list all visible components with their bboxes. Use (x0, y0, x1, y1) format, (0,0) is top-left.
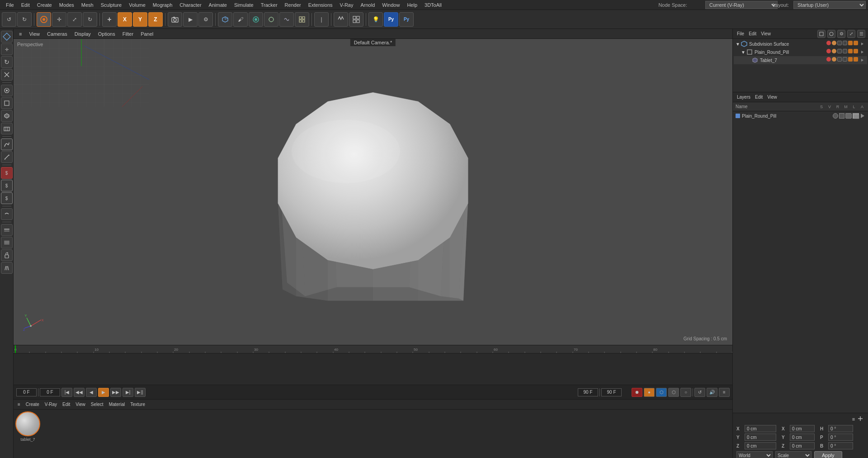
timeline-ruler[interactable] (14, 345, 732, 353)
snap-button[interactable] (334, 12, 348, 27)
scene-button[interactable] (295, 12, 309, 27)
layer-ctrl-visible[interactable] (839, 113, 844, 119)
obj-item-tablet7[interactable]: Tablet_7 (734, 56, 867, 64)
add-button[interactable]: + (102, 12, 117, 27)
layer-item-plainpill[interactable]: Plain_Round_Pill (734, 112, 867, 119)
coords-icon-2[interactable] (857, 415, 864, 423)
left-weld-btn[interactable] (1, 208, 13, 220)
apply-button[interactable]: Apply (814, 451, 842, 458)
play-forward-btn[interactable]: ▶ (98, 388, 109, 397)
vp-menu-cameras[interactable]: Cameras (45, 30, 69, 38)
materials-button[interactable] (249, 12, 263, 27)
lights-button[interactable] (264, 12, 278, 27)
redo-button[interactable]: ↻ (17, 12, 32, 27)
left-spline-btn[interactable] (1, 138, 13, 150)
play-back-btn[interactable]: ◀ (86, 388, 97, 397)
coords-menu-icon[interactable]: ≡ (850, 415, 857, 423)
timeline-track[interactable] (14, 353, 732, 385)
left-point-mode[interactable] (1, 85, 13, 96)
left-move-btn[interactable]: ✛ (1, 43, 13, 55)
menu-tracker[interactable]: Tracker (258, 1, 281, 9)
undo-button[interactable]: ↺ (2, 12, 16, 27)
layer-ctrl-solo[interactable] (833, 113, 838, 119)
cube-button[interactable] (218, 12, 232, 27)
viewport[interactable]: Perspective Default Camera.* (14, 39, 732, 345)
obj-menu-file[interactable]: File (736, 31, 745, 37)
vp-menu-panel[interactable]: Panel (139, 30, 155, 38)
layers-menu-edit[interactable]: Edit (754, 94, 764, 100)
vp-menu-filter[interactable]: Filter (121, 30, 135, 38)
move-button[interactable]: ✛ (52, 12, 66, 27)
menu-volume[interactable]: Volume (126, 1, 149, 9)
key-sel-btn[interactable]: ⬡ (668, 388, 679, 397)
scale-select[interactable]: Scale (775, 451, 811, 458)
mat-menu-select[interactable]: Select (90, 401, 105, 407)
menu-modes[interactable]: Modes (56, 1, 77, 9)
coord-h-input[interactable] (828, 425, 853, 432)
left-rotate-btn[interactable]: ↻ (1, 56, 13, 68)
left-scale-btn[interactable] (1, 69, 13, 81)
mat-menu-texture[interactable]: Texture (129, 401, 146, 407)
menu-simulate[interactable]: Simulate (231, 1, 257, 9)
z-button[interactable]: Z (148, 12, 163, 27)
y-button[interactable]: Y (133, 12, 147, 27)
menu-help[interactable]: Help (404, 1, 420, 9)
menu-3dtoall[interactable]: 3DToAll (421, 1, 445, 9)
left-lock-btn[interactable] (1, 249, 13, 261)
goto-end-btn[interactable]: ▶| (123, 388, 133, 397)
left-layers1-btn[interactable] (1, 224, 13, 236)
light-icon-btn[interactable]: 💡 (368, 12, 383, 27)
vp-menu-icon[interactable]: ≡ (17, 30, 24, 38)
start-frame-input[interactable] (40, 388, 60, 396)
obj-icon-3[interactable]: ⚙ (837, 30, 845, 38)
left-poly-mode[interactable] (1, 110, 13, 122)
obj-icon-5[interactable]: ☰ (857, 30, 865, 38)
coord-x2-input[interactable] (790, 425, 815, 432)
step-forward-btn[interactable]: ▶▶ (110, 388, 121, 397)
grid-button[interactable] (349, 12, 363, 27)
obj-menu-view[interactable]: View (760, 31, 772, 37)
left-hair-btn[interactable] (1, 262, 13, 274)
play-button[interactable]: ▶ (183, 12, 198, 27)
menu-create[interactable]: Create (34, 1, 55, 9)
python-button[interactable]: Py (384, 12, 398, 27)
menu-file[interactable]: File (3, 1, 17, 9)
mat-menu-edit[interactable]: Edit (61, 401, 71, 407)
mat-menu-material[interactable]: Material (108, 401, 127, 407)
scale-button[interactable]: ⤢ (67, 12, 82, 27)
menu-animate[interactable]: Animate (206, 1, 230, 9)
node-space-select[interactable]: Current (V-Ray) (705, 1, 778, 9)
paint-button[interactable]: 🖌 (233, 12, 248, 27)
material-sphere[interactable] (15, 411, 40, 436)
loop-btn[interactable]: ↺ (694, 388, 705, 397)
menu-window[interactable]: Window (379, 1, 403, 9)
mat-menu-vray[interactable]: V-Ray (43, 401, 58, 407)
preview-end-input[interactable] (601, 388, 622, 396)
layer-ctrl-scene[interactable] (853, 113, 859, 119)
step-back-btn[interactable]: ◀◀ (74, 388, 85, 397)
coord-z-input[interactable] (745, 442, 776, 449)
obj-item-subdivision[interactable]: ▼ Subdivision Surface (734, 40, 867, 48)
obj-icon-2[interactable] (827, 30, 835, 38)
layer-ctrl-play[interactable] (860, 113, 865, 119)
menu-edit[interactable]: Edit (18, 1, 33, 9)
settings-button[interactable]: ⚙ (198, 12, 213, 27)
record-btn[interactable]: ⏺ (632, 388, 642, 397)
goto-start-btn[interactable]: |◀ (61, 388, 72, 397)
left-select-btn[interactable] (1, 31, 13, 43)
auto-key-btn[interactable]: ● (644, 388, 655, 397)
menu-extensions[interactable]: Extensions (305, 1, 336, 9)
left-s3-btn[interactable]: $ (1, 192, 13, 204)
mat-menu-create[interactable]: Create (24, 401, 41, 407)
menu-sculpture[interactable]: Sculpture (98, 1, 125, 9)
vp-menu-display[interactable]: Display (73, 30, 93, 38)
left-layers2-btn[interactable] (1, 237, 13, 248)
obj-menu-edit[interactable]: Edit (747, 31, 758, 37)
world-select[interactable]: World (736, 451, 773, 458)
layout-select[interactable]: Startup (User) (793, 1, 866, 9)
rotate-button[interactable]: ↻ (83, 12, 97, 27)
left-edge-mode[interactable] (1, 97, 13, 109)
left-s1-btn[interactable]: $ (1, 167, 13, 179)
layers-menu-layers[interactable]: Layers (736, 94, 752, 100)
obj-icon-4[interactable]: ⤢ (847, 30, 855, 38)
